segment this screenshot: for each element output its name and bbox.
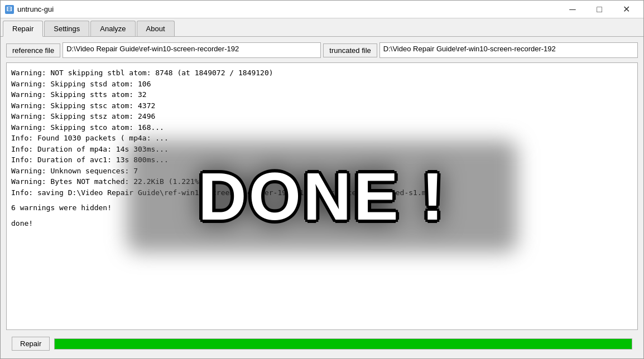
window-title: untrunc-gui <box>17 5 54 13</box>
file-row: reference file D:\Video Repair Guide\ref… <box>6 42 638 58</box>
reference-file-input[interactable]: D:\Video Repair Guide\ref-win10-screen-r… <box>63 42 321 58</box>
app-icon: 🎞 <box>5 5 14 14</box>
tab-settings[interactable]: Settings <box>44 21 89 36</box>
tab-about[interactable]: About <box>137 21 175 36</box>
content-area: reference file D:\Video Repair Guide\ref… <box>1 37 643 358</box>
progress-bar-fill <box>55 339 632 349</box>
done-blur-bg <box>127 140 517 252</box>
repair-button[interactable]: Repair <box>12 337 50 351</box>
title-bar: 🎞 untrunc-gui ─ □ ✕ <box>1 1 643 18</box>
log-line-1: Warning: NOT skipping stbl atom: 8748 (a… <box>11 67 633 79</box>
close-button[interactable]: ✕ <box>613 3 639 16</box>
title-bar-left: 🎞 untrunc-gui <box>5 5 54 14</box>
log-line-4: Warning: Skipping stsc atom: 4372 <box>11 100 633 111</box>
bottom-bar: Repair <box>6 334 638 353</box>
log-line-6: Warning: Skipping stco atom: 168... <box>11 122 633 133</box>
tab-repair[interactable]: Repair <box>3 21 43 37</box>
log-line-5: Warning: Skipping stsz atom: 2496 <box>11 111 633 122</box>
minimize-button[interactable]: ─ <box>560 3 585 16</box>
main-window: 🎞 untrunc-gui ─ □ ✕ Repair Settings Anal… <box>0 0 644 359</box>
maximize-button[interactable]: □ <box>587 3 612 16</box>
log-line-3: Warning: Skipping stts atom: 32 <box>11 89 633 100</box>
tab-analyze[interactable]: Analyze <box>90 21 135 36</box>
log-area-container: Warning: NOT skipping stbl atom: 8748 (a… <box>6 62 638 330</box>
title-bar-controls: ─ □ ✕ <box>560 3 639 16</box>
progress-bar-container <box>54 338 632 350</box>
tab-bar: Repair Settings Analyze About <box>1 18 643 37</box>
truncated-file-button[interactable]: truncated file <box>323 43 377 57</box>
log-line-2: Warning: Skipping stsd atom: 106 <box>11 79 633 90</box>
reference-file-button[interactable]: reference file <box>6 43 60 57</box>
truncated-file-input[interactable]: D:\Video Repair Guide\ref-win10-screen-r… <box>379 42 638 58</box>
